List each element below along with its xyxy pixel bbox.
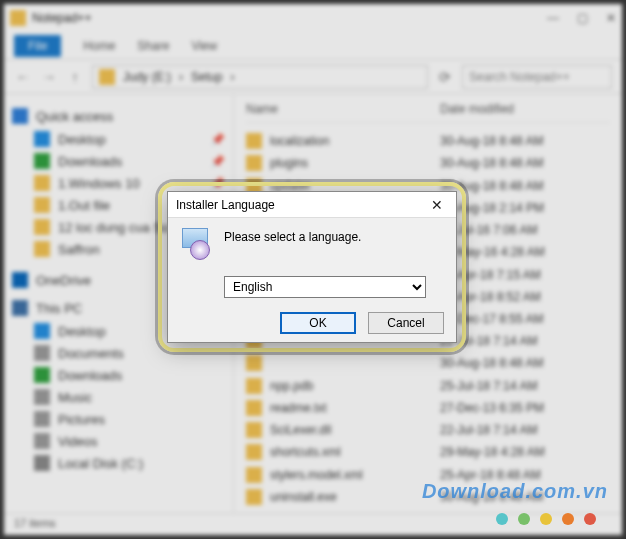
item-icon [34,367,50,383]
sidebar-item[interactable]: Videos [12,430,225,452]
sidebar-item[interactable]: Local Disk (C:) [12,452,225,474]
file-row[interactable]: uninstall.exe [246,489,440,505]
ribbon-tabs: File Home Share View [4,32,622,60]
item-icon [34,345,50,361]
ok-button[interactable]: OK [280,312,356,334]
file-row[interactable]: SciLexer.dll [246,422,440,438]
sidebar-item[interactable]: Documents [12,342,225,364]
file-icon [246,400,262,416]
file-row[interactable]: readme.txt [246,400,440,416]
file-date: 25-Apr-18 8:52 AM [440,289,610,305]
watermark-text: Download.com.vn [422,480,608,503]
file-row[interactable]: shortcuts.xml [246,444,440,460]
file-date: 30-Aug-18 8:48 AM [440,155,610,171]
pin-icon: 📌 [211,133,225,146]
sidebar-item[interactable]: Pictures [12,408,225,430]
watermark-dots [496,513,596,525]
dialog-titlebar: Installer Language ✕ [168,192,456,218]
close-icon[interactable]: ✕ [426,196,448,214]
file-date: 30-Aug-18 8:48 AM [440,133,610,149]
close-window-button[interactable]: ✕ [606,11,616,25]
folder-icon [99,69,115,85]
breadcrumb[interactable]: Judy (E:) › Setup › [92,65,428,89]
brand-dot [496,513,508,525]
file-date: 30-Aug-18 8:48 AM [440,355,610,371]
file-icon [246,355,262,371]
language-select[interactable]: English [224,276,426,298]
brand-dot [562,513,574,525]
window-title: Notepad++ [32,11,91,25]
file-date: 27-Dec-13 6:35 PM [440,400,610,416]
brand-dot [584,513,596,525]
brand-dot [540,513,552,525]
column-header-date[interactable]: Date modified [440,102,610,123]
item-icon [34,219,50,235]
file-date: 22-Jul-18 7:14 AM [440,422,610,438]
nav-up-button[interactable]: ↑ [66,69,84,85]
item-icon [34,153,50,169]
cancel-button[interactable]: Cancel [368,312,444,334]
file-icon [246,378,262,394]
tab-home[interactable]: Home [83,39,115,53]
item-icon [34,175,50,191]
file-row[interactable] [246,355,440,371]
file-row[interactable]: plugins [246,155,440,171]
file-date: 30-Aug-18 2:14 PM [440,200,610,216]
refresh-button[interactable]: ⟳ [436,69,454,85]
file-date: 07-Dec-17 8:55 AM [440,311,610,327]
brand-dot [518,513,530,525]
sidebar-section[interactable]: Quick access [12,108,225,124]
crumb[interactable]: Setup [191,70,222,84]
file-date: 22-Jul-16 7:06 AM [440,222,610,238]
file-icon [246,489,262,505]
item-icon [34,197,50,213]
dialog-title: Installer Language [176,198,275,212]
file-icon [246,155,262,171]
search-input[interactable]: Search Notepad++ [462,65,612,89]
installer-language-dialog: Installer Language ✕ Please select a lan… [167,191,457,343]
file-date: 29-May-18 4:28 AM [440,444,610,460]
file-icon [246,422,262,438]
section-icon [12,272,28,288]
sidebar-item[interactable]: Downloads [12,364,225,386]
file-row[interactable]: npp.pdb [246,378,440,394]
file-date: 24-May-16 4:28 AM [440,244,610,260]
item-icon [34,455,50,471]
file-icon [246,444,262,460]
sidebar-item[interactable]: Desktop📌 [12,128,225,150]
titlebar: Notepad++ — ▢ ✕ [4,4,622,32]
tab-view[interactable]: View [191,39,217,53]
item-icon [34,323,50,339]
nav-back-button[interactable]: ← [14,69,32,85]
file-date: 12-Apr-18 7:15 AM [440,266,610,282]
nav-forward-button[interactable]: → [40,69,58,85]
item-icon [34,433,50,449]
pin-icon: 📌 [211,177,225,190]
file-icon [246,133,262,149]
file-date: 25-Jul-18 7:14 AM [440,378,610,394]
file-tab[interactable]: File [14,35,61,57]
dialog-message: Please select a language. [224,228,444,244]
column-header-name[interactable]: Name [246,102,440,123]
maximize-button[interactable]: ▢ [577,11,588,25]
pin-icon: 📌 [211,155,225,168]
file-icon [246,467,262,483]
file-row[interactable]: localization [246,133,440,149]
item-icon [34,241,50,257]
installer-icon [180,228,212,260]
file-date: 30-Aug-18 8:48 AM [440,177,610,193]
section-icon [12,108,28,124]
minimize-button[interactable]: — [547,11,559,25]
item-icon [34,389,50,405]
tab-share[interactable]: Share [137,39,169,53]
file-date: 22-Jul-18 7:14 AM [440,333,610,349]
folder-icon [10,10,26,26]
file-row[interactable]: stylers.model.xml [246,467,440,483]
crumb[interactable]: Judy (E:) [123,70,171,84]
sidebar-item[interactable]: Music [12,386,225,408]
section-icon [12,300,28,316]
item-icon [34,131,50,147]
sidebar-item[interactable]: Downloads📌 [12,150,225,172]
address-bar: ← → ↑ Judy (E:) › Setup › ⟳ Search Notep… [4,60,622,94]
item-icon [34,411,50,427]
